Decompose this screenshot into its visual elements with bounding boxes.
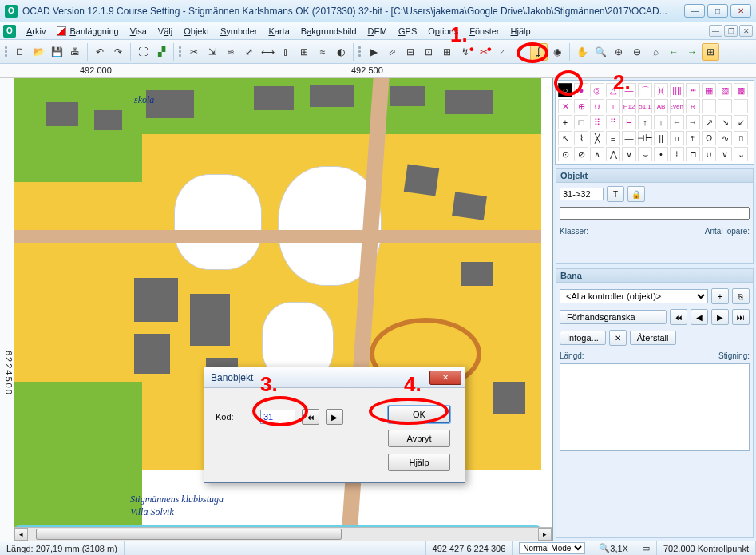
tool-icon-3[interactable]: ⤢ xyxy=(240,43,258,61)
symbol-cell[interactable]: |||| xyxy=(670,83,684,97)
symbol-cell[interactable]: ∪ xyxy=(702,147,716,161)
symbol-cell[interactable]: ⌣ xyxy=(638,147,652,161)
symbol-cell[interactable]: ⫾ xyxy=(606,99,620,113)
doc-minimize-button[interactable]: — xyxy=(709,25,722,37)
curve-tool-icon[interactable]: ʆ xyxy=(530,43,548,61)
menu-options[interactable]: Options xyxy=(422,25,464,38)
symbol-arrow-ul[interactable]: ↖ xyxy=(558,131,572,145)
symbol-cell[interactable]: ╳ xyxy=(590,131,604,145)
symbol-cell[interactable]: ⌇ xyxy=(574,131,588,145)
menu-gps[interactable]: GPS xyxy=(393,25,422,38)
bana-add-button[interactable]: + xyxy=(711,288,729,304)
scroll-left-button[interactable]: ◂ xyxy=(14,528,28,541)
symbol-arrow-right[interactable]: → xyxy=(686,115,700,129)
symbol-cell[interactable]: ∪ xyxy=(590,99,604,113)
objekt-text-button[interactable]: T xyxy=(607,186,624,202)
symbol-cell[interactable]: ∿ xyxy=(718,131,732,145)
line-tool-icon[interactable]: ∕ xyxy=(512,43,529,61)
tool-icon-2[interactable]: ≋ xyxy=(222,43,239,61)
kod-next-button[interactable]: ▶ xyxy=(326,409,343,425)
cut-icon[interactable]: ✂ xyxy=(185,43,203,61)
objekt-code-input[interactable] xyxy=(560,188,604,200)
symbol-cell[interactable] xyxy=(734,99,748,113)
ok-button[interactable]: OK xyxy=(388,406,450,423)
symbol-cell[interactable]: ⌄ xyxy=(734,147,748,161)
maximize-button[interactable]: □ xyxy=(707,4,728,18)
scroll-right-button[interactable]: ▸ xyxy=(538,528,552,541)
symbol-cell[interactable]: ⠛ xyxy=(606,115,620,129)
doc-restore-button[interactable]: ❐ xyxy=(724,25,738,37)
symbol-cell[interactable]: — xyxy=(622,83,636,97)
symbol-cell[interactable] xyxy=(718,99,732,113)
tool-icon-8[interactable]: ◐ xyxy=(332,43,350,61)
toolbar-grip-3[interactable] xyxy=(358,43,362,61)
symbol-cell[interactable]: ∨ xyxy=(718,147,732,161)
menu-karta[interactable]: Karta xyxy=(263,25,295,38)
tool-icon-7[interactable]: ≈ xyxy=(314,43,331,61)
symbol-cell[interactable]: )( xyxy=(654,83,668,97)
new-file-icon[interactable]: 🗋 xyxy=(11,43,29,61)
toolbar-grip[interactable] xyxy=(5,43,9,61)
symbol-cell[interactable]: ⊣⊢ xyxy=(638,131,652,145)
symbol-cell[interactable]: ✕ xyxy=(558,99,572,113)
hjalp-button[interactable]: Hjälp xyxy=(388,454,450,471)
zoom-window-icon[interactable]: ⌕ xyxy=(647,43,664,61)
menu-fonster[interactable]: Fönster xyxy=(464,25,505,38)
symbol-text-event[interactable]: Event xyxy=(670,99,684,113)
symbol-text-h12[interactable]: H12 xyxy=(622,99,636,113)
status-mode[interactable]: Normal Mode xyxy=(513,541,592,555)
symbol-cell[interactable]: ▨ xyxy=(718,83,732,97)
symbol-cell[interactable]: ∨ xyxy=(622,147,636,161)
symbol-control-point[interactable]: ○ xyxy=(558,83,572,97)
symbol-cell[interactable]: ∧ xyxy=(590,147,604,161)
menu-bakgrundsbild[interactable]: Bakgrundsbild xyxy=(295,25,362,38)
infoga-button[interactable]: Infoga... xyxy=(560,331,606,345)
menu-objekt[interactable]: Objekt xyxy=(178,25,215,38)
bana-last-button[interactable]: ⏭ xyxy=(732,309,750,325)
tool-icon-11[interactable]: ⊞ xyxy=(438,43,456,61)
bana-remove-button[interactable]: ✕ xyxy=(609,330,627,346)
symbol-arrow-dl[interactable]: ↙ xyxy=(734,115,748,129)
objekt-desc-input[interactable] xyxy=(560,207,750,220)
symbol-arrow-ur[interactable]: ↗ xyxy=(702,115,716,129)
tool-icon-6[interactable]: ⊞ xyxy=(295,43,313,61)
objekt-lock-button[interactable]: 🔒 xyxy=(627,186,645,202)
forhandsgranska-button[interactable]: Förhandsgranska xyxy=(560,310,667,324)
nav-fwd-icon[interactable]: → xyxy=(683,43,701,61)
symbol-cell[interactable]: ⠿ xyxy=(590,115,604,129)
tool-icon-5[interactable]: ⫿ xyxy=(277,43,295,61)
menu-hjalp[interactable]: Hjälp xyxy=(505,25,536,38)
pan-hand-icon[interactable]: ✋ xyxy=(573,43,591,61)
kod-input[interactable] xyxy=(260,410,295,424)
menu-arkiv[interactable]: Arkiv xyxy=(21,25,51,38)
menu-banlaggning[interactable]: Banläggning xyxy=(51,25,124,38)
zoom-in-icon[interactable]: ⊕ xyxy=(610,43,627,61)
symbol-arrow-left[interactable]: ← xyxy=(670,115,684,129)
symbol-cell[interactable] xyxy=(702,99,716,113)
aterstall-button[interactable]: Återställ xyxy=(630,331,676,345)
symbol-cell[interactable]: □ xyxy=(574,115,588,129)
tool-icon-9[interactable]: ⊟ xyxy=(402,43,419,61)
menu-valj[interactable]: Välj xyxy=(152,25,178,38)
bana-next-button[interactable]: ▶ xyxy=(711,309,729,325)
tool-icon-4[interactable]: ⟷ xyxy=(259,43,276,61)
symbol-cell[interactable]: ⊘ xyxy=(574,147,588,161)
zoom-tool-icon[interactable]: 🔍 xyxy=(592,43,609,61)
symbol-cell[interactable]: ▦ xyxy=(702,83,716,97)
bana-first-button[interactable]: ⏮ xyxy=(670,309,687,325)
tool-icon-14[interactable]: ◉ xyxy=(548,43,566,61)
minimize-button[interactable]: — xyxy=(684,4,705,18)
status-box-icon[interactable]: ▭ xyxy=(635,541,657,555)
symbol-cell[interactable]: — xyxy=(622,131,636,145)
symbol-cell[interactable]: ◎ xyxy=(590,83,604,97)
symbol-cell[interactable]: || xyxy=(654,131,668,145)
kod-prev-button[interactable]: ⏮ xyxy=(302,409,319,425)
symbol-cell[interactable]: △ xyxy=(606,83,620,97)
tool-icon-13[interactable]: ⟋ xyxy=(493,43,511,61)
pointer-icon[interactable]: ⬀ xyxy=(383,43,401,61)
symbol-text-ab[interactable]: AB xyxy=(654,99,668,113)
symbol-arrow-up[interactable]: ↑ xyxy=(638,115,652,129)
symbol-cell[interactable]: + xyxy=(558,115,572,129)
print-icon[interactable]: 🖶 xyxy=(66,43,84,61)
menu-symboler[interactable]: Symboler xyxy=(215,25,263,38)
